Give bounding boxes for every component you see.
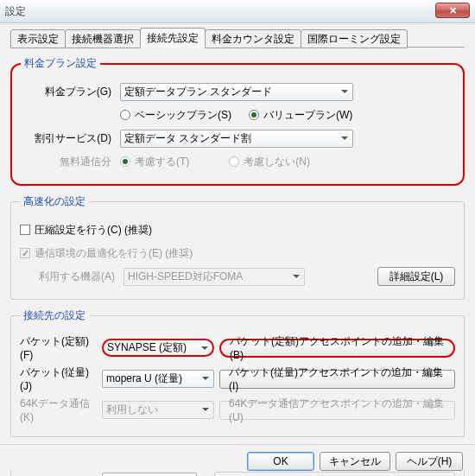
- pkt-fixed-edit-button[interactable]: パケット(定額)アクセスポイントの追加・編集(B): [219, 339, 455, 358]
- pkt-meter-combo-value: mopera U (従量): [106, 371, 182, 386]
- radio-not-consider-label: 考慮しない(N): [244, 155, 310, 169]
- tab-device-select[interactable]: 接続機器選択: [65, 29, 141, 48]
- mzone-combo[interactable]: 利用しない: [102, 473, 197, 477]
- help-button[interactable]: ヘルプ(H): [396, 452, 463, 471]
- cancel-button[interactable]: キャンセル: [320, 452, 390, 471]
- group-speed: 高速化の設定 圧縮設定を行う(C) (推奨) 通信環境の最適化を行う(E) (推…: [10, 194, 465, 300]
- tab-strip: 表示設定 接続機器選択 接続先設定 料金カウンタ設定 国際ローミング設定: [10, 29, 465, 48]
- plan-combo[interactable]: 定額データプラン スタンダード: [120, 83, 353, 101]
- device-combo-value: HIGH-SPEED対応FOMA: [128, 270, 243, 284]
- radio-not-consider: 考慮しない(N): [229, 155, 310, 169]
- group-connection: 接続先の設定 パケット(定額)(F) SYNAPSE (定額) パケット(定額)…: [10, 308, 465, 437]
- radio-consider-label: 考慮する(T): [135, 155, 189, 169]
- detail-button[interactable]: 詳細設定(L): [377, 267, 455, 286]
- tab-connection[interactable]: 接続先設定: [140, 28, 206, 48]
- check-optimize: 通信環境の最適化を行う(E) (推奨): [20, 246, 193, 261]
- plan-label: 料金プラン(G): [21, 85, 120, 99]
- pkt-fixed-combo-value: SYNAPSE (定額): [107, 340, 187, 355]
- k64-edit-button: 64Kデータ通信アクセスポイントの追加・編集(U): [219, 401, 455, 420]
- group-price-plan-legend: 料金プラン設定: [21, 56, 100, 71]
- tab-roaming[interactable]: 国際ローミング設定: [301, 29, 408, 48]
- pkt-fixed-label: パケット(定額)(F): [20, 334, 102, 361]
- group-speed-legend: 高速化の設定: [20, 194, 89, 209]
- ok-button[interactable]: OK: [247, 452, 314, 471]
- plan-combo-value: 定額データプラン スタンダード: [124, 85, 272, 99]
- discount-combo[interactable]: 定額データ スタンダード割: [120, 130, 353, 148]
- k64-combo: 利用しない: [102, 401, 214, 419]
- title-bar: 設定 ✕: [0, 0, 475, 23]
- discount-combo-value: 定額データ スタンダード割: [124, 131, 251, 146]
- tab-display[interactable]: 表示設定: [10, 29, 66, 48]
- radio-icon: [229, 156, 239, 167]
- radio-basic-label: ベーシックプラン(S): [135, 108, 231, 123]
- client-area: 表示設定 接続機器選択 接続先設定 料金カウンタ設定 国際ローミング設定 料金プ…: [0, 23, 475, 476]
- check-compress[interactable]: 圧縮設定を行う(C) (推奨): [20, 223, 152, 238]
- k64-combo-value: 利用しない: [106, 403, 158, 417]
- checkbox-icon: [20, 248, 30, 258]
- radio-basic-plan[interactable]: ベーシックプラン(S): [120, 108, 231, 123]
- device-combo: HIGH-SPEED対応FOMA: [124, 268, 305, 286]
- device-label: 利用する機器(A): [20, 270, 124, 284]
- checkbox-icon: [20, 225, 30, 235]
- check-compress-label: 圧縮設定を行う(C) (推奨): [35, 223, 152, 238]
- radio-consider: 考慮する(T): [120, 155, 189, 169]
- discount-label: 割引サービス(D): [21, 131, 120, 146]
- close-button[interactable]: ✕: [435, 3, 470, 18]
- radio-value-plan[interactable]: バリュープラン(W): [249, 108, 352, 123]
- radio-icon: [249, 110, 259, 120]
- mutushin-label: 無料通信分: [21, 155, 120, 169]
- tab-counter[interactable]: 料金カウンタ設定: [205, 29, 301, 48]
- radio-icon: [120, 156, 130, 167]
- userid-button: ユーザID ・パスワードの設定(P): [214, 472, 455, 476]
- pkt-meter-combo[interactable]: mopera U (従量): [102, 370, 214, 388]
- radio-value-label: バリュープラン(W): [263, 108, 352, 123]
- group-connection-legend: 接続先の設定: [20, 308, 89, 323]
- pkt-meter-label: パケット(従量)(J): [20, 365, 102, 392]
- radio-icon: [120, 110, 130, 120]
- check-optimize-label: 通信環境の最適化を行う(E) (推奨): [35, 246, 193, 261]
- pkt-fixed-combo[interactable]: SYNAPSE (定額): [102, 339, 214, 357]
- k64-label: 64Kデータ通信(K): [20, 397, 102, 423]
- group-price-plan: 料金プラン設定 料金プラン(G) 定額データプラン スタンダード ベーシックプラ…: [10, 56, 465, 186]
- dialog-button-bar: OK キャンセル ヘルプ(H): [0, 444, 475, 471]
- window-title: 設定: [5, 4, 26, 19]
- pkt-meter-edit-button[interactable]: パケット(従量)アクセスポイントの追加・編集(I): [219, 370, 455, 389]
